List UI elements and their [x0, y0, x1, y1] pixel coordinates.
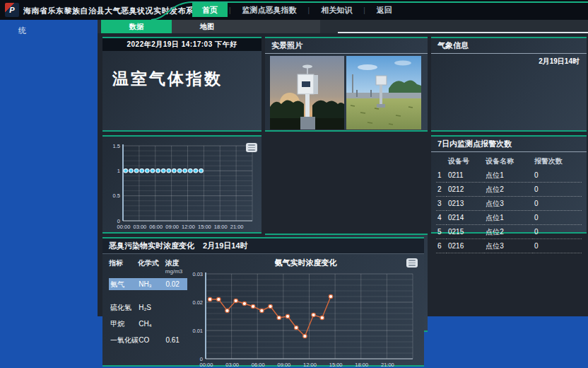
panel-title: 实景照片 — [265, 38, 428, 54]
svg-text:0.5: 0.5 — [113, 192, 120, 199]
svg-text:03:00: 03:00 — [133, 224, 146, 230]
chart-toolbox-menu-icon[interactable] — [246, 143, 257, 152]
svg-text:21:00: 21:00 — [381, 362, 394, 368]
table-row[interactable]: 50215点位20 — [436, 225, 582, 239]
cell-device-id: 0215 — [447, 225, 484, 239]
sidebar-label: 统 — [0, 20, 98, 36]
panel-titlebar: 恶臭污染物实时浓度变化 2月19日14时 — [102, 238, 424, 254]
pollutant-table: 指标 化学式 浓度 mg/m3 氨气NH₃0.02硫化氢H₂S甲烷CH₄一氧化碳… — [102, 255, 187, 368]
table-row[interactable]: 20212点位20 — [436, 183, 582, 197]
pollutant-formula: CO — [139, 336, 165, 344]
cell-index: 1 — [436, 168, 447, 183]
pollutant-value: 0.02 — [165, 280, 187, 288]
datetime-strip: 2022年2月19日 14:17:03 下午好 — [102, 38, 261, 51]
cell-index: 5 — [436, 225, 447, 239]
svg-text:21:00: 21:00 — [230, 224, 244, 230]
pollutant-formula: CH₄ — [139, 320, 165, 328]
tab-filler — [242, 20, 320, 33]
nav-separator: | — [307, 6, 312, 14]
cell-alarm-count: 0 — [533, 239, 582, 253]
cell-alarm-count: 0 — [533, 183, 582, 197]
svg-text:00:00: 00:00 — [117, 224, 131, 230]
concentration-unit: mg/m3 — [165, 268, 187, 275]
logo-icon: P — [9, 6, 14, 14]
pollutant-name: 氨气 — [110, 280, 139, 289]
col-concentration: 浓度 mg/m3 — [165, 258, 187, 275]
cell-device-id: 0213 — [447, 197, 484, 211]
ammonia-trend-chart: 00.010.020.0300:0003:0006:0009:0012:0015… — [187, 269, 418, 368]
panel-alarm-counts: 7日内监测点报警次数 设备号设备名称报警次数 10211点位1020212点位2… — [431, 135, 587, 234]
cell-device-id: 0212 — [447, 183, 484, 197]
table-row[interactable]: 10211点位10 — [436, 168, 582, 183]
alarm-table: 设备号设备名称报警次数 10211点位1020212点位2030213点位304… — [436, 154, 582, 253]
cell-device-id: 0211 — [447, 168, 484, 183]
table-row[interactable]: 30213点位30 — [436, 197, 582, 211]
pollutant-table-header: 指标 化学式 浓度 mg/m3 — [109, 258, 187, 275]
cell-index: 6 — [436, 239, 447, 253]
nav-item-3[interactable]: 相关知识 — [311, 3, 362, 17]
pollutant-value: 0.61 — [165, 336, 187, 344]
cell-device-name: 点位1 — [484, 211, 533, 225]
tab-2[interactable]: 地图 — [172, 20, 242, 33]
cell-alarm-count: 0 — [533, 211, 582, 225]
cell-device-name: 点位3 — [484, 197, 533, 211]
table-row[interactable]: 40214点位10 — [436, 211, 582, 225]
nav-item-2[interactable]: 监测点恶臭指数 — [233, 3, 307, 17]
cell-alarm-count: 0 — [533, 168, 582, 183]
cell-device-id: 0216 — [447, 239, 484, 253]
panel-title: 恶臭污染物实时浓度变化 — [109, 241, 194, 251]
svg-text:0.02: 0.02 — [192, 299, 203, 306]
cell-device-name: 点位3 — [484, 239, 533, 253]
svg-text:12:00: 12:00 — [182, 224, 195, 230]
cell-device-name: 点位2 — [484, 225, 533, 239]
pollutant-row[interactable]: 甲烷CH₄ — [109, 318, 187, 330]
cell-alarm-count: 0 — [533, 225, 582, 239]
pollutant-row[interactable]: 一氧化碳CO0.61 — [109, 334, 187, 346]
panel-title: 气象信息 — [431, 38, 587, 54]
pollutant-formula: NH₃ — [139, 280, 165, 288]
pollutant-name: 甲烷 — [110, 319, 139, 329]
cell-index: 4 — [436, 211, 447, 225]
svg-text:15:00: 15:00 — [329, 362, 343, 368]
col-1: 设备号 — [447, 154, 484, 168]
col-index — [436, 154, 447, 168]
ammonia-chart-title: 氨气实时浓度变化 — [187, 255, 424, 269]
nav-item-4[interactable]: 返回 — [367, 3, 402, 17]
tab-1[interactable]: 数据 — [101, 20, 172, 33]
svg-text:15:00: 15:00 — [198, 224, 211, 230]
pollutant-name: 硫化氢 — [110, 303, 139, 313]
svg-text:1: 1 — [117, 168, 120, 174]
cell-device-name: 点位1 — [484, 168, 533, 183]
greenhouse-index-title: 温室气体指数 — [102, 51, 261, 90]
panel-title: 7日内监测点报警次数 — [431, 137, 587, 152]
pollutant-name: 一氧化碳 — [110, 335, 139, 345]
svg-text:0.01: 0.01 — [192, 328, 203, 334]
col-2: 设备名称 — [484, 154, 533, 168]
site-photo-sunset[interactable] — [270, 56, 344, 130]
svg-text:00:00: 00:00 — [200, 362, 213, 368]
panel-greenhouse-index: 2022年2月19日 14:17:03 下午好 温室气体指数 — [102, 37, 261, 132]
chart-toolbox-menu-icon[interactable] — [406, 258, 418, 268]
app-title: 海南省乐东黎族自治县大气恶臭状况实时发布系 — [23, 6, 194, 16]
col-indicator: 指标 — [109, 258, 138, 275]
panel-weather-info: 气象信息 2月19日14时 — [431, 37, 587, 132]
svg-text:18:00: 18:00 — [355, 362, 368, 368]
nav-item-1[interactable]: 首页 — [192, 3, 228, 17]
pollutant-row[interactable]: 硫化氢H₂S — [109, 301, 187, 314]
svg-text:03:00: 03:00 — [225, 362, 239, 368]
col-3: 报警次数 — [533, 154, 582, 168]
cell-device-name: 点位2 — [484, 183, 533, 197]
site-photo-field[interactable] — [346, 56, 421, 130]
pollutant-row[interactable]: 氨气NH₃0.02 — [109, 278, 187, 290]
svg-text:18:00: 18:00 — [214, 224, 228, 230]
ammonia-chart-area: 氨气实时浓度变化 00.010.020.0300:0003:0006:0009:… — [187, 255, 424, 368]
cell-index: 2 — [436, 183, 447, 197]
table-row[interactable]: 60216点位30 — [436, 239, 582, 253]
pollutant-body: 指标 化学式 浓度 mg/m3 氨气NH₃0.02硫化氢H₂S甲烷CH₄一氧化碳… — [102, 254, 424, 368]
svg-text:09:00: 09:00 — [165, 224, 179, 230]
sidebar: 统 — [0, 20, 98, 368]
main-nav: 首页|监测点恶臭指数|相关知识|返回 — [192, 3, 402, 17]
svg-text:09:00: 09:00 — [277, 362, 290, 368]
cell-device-id: 0214 — [447, 211, 484, 225]
alarm-table-head: 设备号设备名称报警次数 — [436, 154, 582, 168]
